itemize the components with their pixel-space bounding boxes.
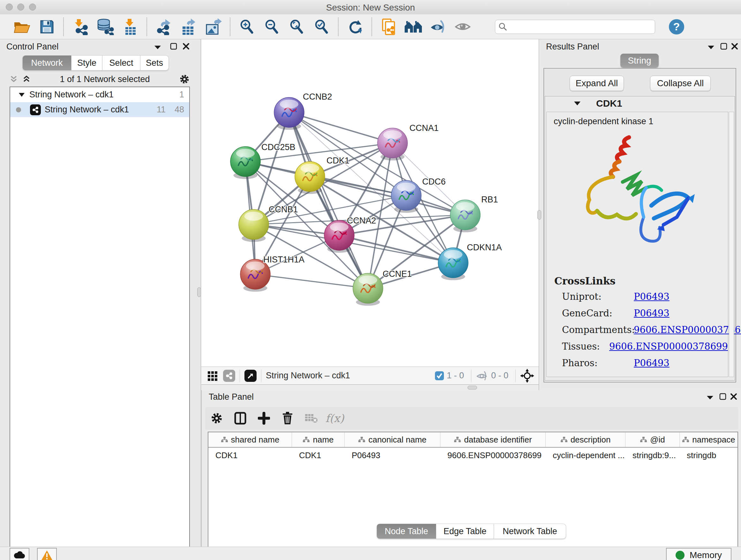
table-row[interactable]: CDK1 CDK1 P06493 9606.ENSP00000378699 cy…: [208, 448, 738, 463]
tab-string[interactable]: String: [620, 54, 659, 68]
vertical-splitter-grip[interactable]: [537, 210, 541, 220]
export-table-button[interactable]: [176, 17, 201, 37]
svg-text:CCNB1: CCNB1: [269, 205, 298, 214]
collapse-all-icon[interactable]: [10, 75, 18, 83]
warnings-button[interactable]: [37, 548, 57, 560]
network-view[interactable]: CCNB2CCNA1CDC25BCDK1CDC6RB1CCNB1CCNA2CDK…: [201, 39, 539, 367]
svg-text:CCNE1: CCNE1: [383, 269, 412, 279]
birds-eye-view-icon[interactable]: [223, 370, 235, 382]
show-all-button[interactable]: [451, 17, 476, 37]
hide-selected-button[interactable]: [426, 17, 451, 37]
save-session-button[interactable]: [35, 17, 59, 37]
panel-menu-icon[interactable]: [154, 45, 161, 50]
crosslink-link[interactable]: P06493: [634, 291, 670, 302]
export-image-button[interactable]: [201, 17, 226, 37]
crosslink-row: Tissues: 9606.ENSP00000378699: [562, 341, 728, 352]
collapse-all-button[interactable]: Collapse All: [650, 76, 711, 91]
network-graph: CCNB2CCNA1CDC25BCDK1CDC6RB1CCNB1CCNA2CDK…: [201, 39, 539, 367]
tree-options-gear-icon[interactable]: [179, 74, 190, 84]
crosslink-link[interactable]: P06493: [634, 358, 670, 368]
zoom-out-button[interactable]: [259, 17, 284, 37]
toolbar-search: [495, 20, 655, 34]
entry-collapse-icon[interactable]: [574, 101, 581, 106]
column-header-canonical-name[interactable]: canonical name: [345, 432, 441, 447]
grid-view-icon[interactable]: [207, 370, 219, 381]
collection-expand-icon[interactable]: [18, 92, 25, 97]
expand-all-button[interactable]: Expand All: [569, 76, 624, 91]
fit-selected-crosshair-icon[interactable]: [520, 369, 534, 383]
refresh-view-button[interactable]: [343, 17, 367, 37]
show-columns-button[interactable]: [228, 409, 252, 428]
tab-sets[interactable]: Sets: [140, 55, 169, 71]
expand-all-icon[interactable]: [22, 75, 30, 83]
column-header-id[interactable]: @id: [625, 432, 680, 447]
table-panel: Table Panel: [201, 390, 741, 547]
network-view-toolbar: String Network – cdk1 1 - 0 0 - 0: [201, 367, 539, 385]
detach-view-icon[interactable]: [245, 370, 257, 382]
import-network-database-button[interactable]: [93, 17, 118, 37]
import-table-file-button[interactable]: [118, 17, 143, 37]
crosslink-label: Pharos:: [562, 358, 634, 368]
horizontal-splitter-grip[interactable]: [468, 386, 477, 389]
close-panel-icon[interactable]: [183, 43, 190, 50]
tab-style[interactable]: Style: [71, 55, 103, 71]
selected-checkbox-icon[interactable]: [434, 371, 444, 381]
results-vertical-scrollbar[interactable]: [729, 112, 734, 377]
tab-network-table[interactable]: Network Table: [494, 523, 566, 539]
open-session-button[interactable]: [10, 17, 35, 37]
cloud-status-button[interactable]: [10, 548, 29, 560]
node-entry-header[interactable]: CDK1: [545, 97, 735, 111]
function-builder-button[interactable]: f(x): [323, 409, 347, 428]
protein-structure-image: [566, 132, 700, 272]
hidden-eye-slash-icon: [476, 371, 488, 381]
tab-node-table[interactable]: Node Table: [377, 523, 436, 539]
column-header-namespace[interactable]: namespace: [680, 432, 738, 447]
column-header-description[interactable]: description: [546, 432, 625, 447]
statusbar-separator: [261, 369, 261, 382]
search-input[interactable]: [508, 21, 643, 32]
float-panel-icon[interactable]: [720, 43, 727, 50]
collection-count: 1: [179, 90, 184, 100]
network-row[interactable]: String Network – cdk1 11 48: [10, 102, 189, 117]
panel-menu-icon[interactable]: [706, 395, 714, 400]
eye-icon: [455, 20, 472, 34]
new-network-from-selection-button[interactable]: [376, 17, 401, 37]
cell-canonical-name: P06493: [345, 450, 441, 460]
column-header-shared-name[interactable]: shared name: [208, 432, 292, 447]
cell-database-identifier: 9606.ENSP00000378699: [441, 450, 546, 460]
delete-column-button[interactable]: [276, 409, 299, 428]
vertical-splitter-grip[interactable]: [197, 287, 201, 297]
network-view-title: String Network – cdk1: [266, 371, 350, 381]
float-panel-icon[interactable]: [719, 393, 726, 400]
crosslink-link[interactable]: 9606.ENSP00000378699: [634, 324, 741, 335]
add-column-button[interactable]: [252, 409, 276, 428]
column-header-database-identifier[interactable]: database identifier: [441, 432, 546, 447]
network-collection-row[interactable]: String Network – cdk1 1: [10, 87, 189, 102]
table-options-button[interactable]: [205, 409, 228, 428]
first-neighbors-button[interactable]: [401, 17, 426, 37]
column-header-name[interactable]: name: [292, 432, 345, 447]
zoom-selected-button[interactable]: [309, 17, 334, 37]
tab-edge-table[interactable]: Edge Table: [436, 523, 494, 539]
zoom-in-button[interactable]: [234, 17, 259, 37]
crosslink-link[interactable]: 9606.ENSP00000378699: [609, 341, 728, 352]
delete-table-button[interactable]: [299, 409, 323, 428]
table-header-row: shared name name canonical name database…: [208, 432, 738, 448]
crosslink-link[interactable]: P06493: [634, 308, 670, 319]
columns-icon: [234, 412, 246, 425]
status-bar: [0, 547, 741, 560]
float-panel-icon[interactable]: [170, 43, 177, 50]
entry-description: cyclin-dependent kinase 1: [554, 117, 728, 126]
close-panel-icon[interactable]: [730, 393, 737, 400]
memory-button[interactable]: Memory: [666, 548, 731, 560]
panel-menu-icon[interactable]: [708, 45, 715, 50]
tab-network[interactable]: Network: [22, 55, 71, 71]
tab-select[interactable]: Select: [103, 55, 140, 71]
toolbar-separator: [230, 17, 231, 36]
export-network-button[interactable]: [151, 17, 176, 37]
help-button[interactable]: ?: [664, 17, 689, 37]
string-results-box: Expand All Collapse All CDK1 cyclin-depe…: [543, 68, 736, 382]
import-network-file-button[interactable]: [68, 17, 93, 37]
zoom-fit-button[interactable]: [284, 17, 309, 37]
close-panel-icon[interactable]: [731, 43, 738, 50]
